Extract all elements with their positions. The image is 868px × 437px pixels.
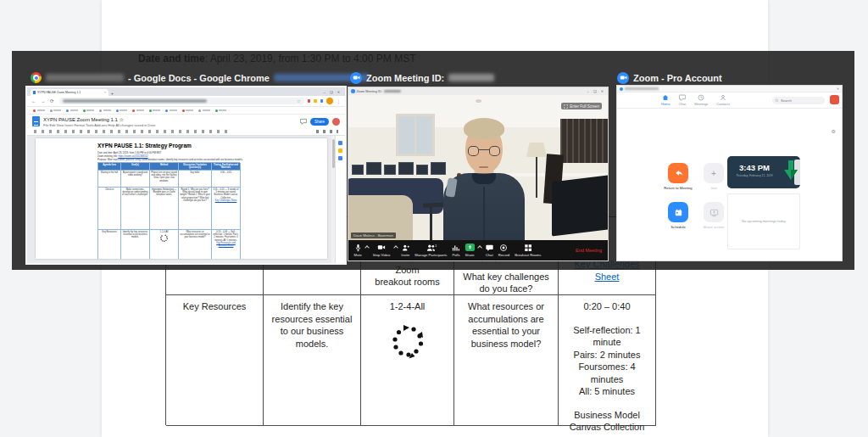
timing-range: 0:20 – 0:40 [583,301,630,311]
bookmark-item[interactable] [165,109,177,112]
record-button[interactable]: Record [496,244,512,258]
calendar-icon[interactable] [338,141,342,145]
bookmark-item[interactable] [33,109,45,112]
search-input[interactable] [781,98,820,103]
mini-header: Discussion / Invitation Question(s) [179,163,212,171]
zoom-client-window: ✕ Home Chat Meetings Contacts [616,85,843,261]
share-screen-button[interactable] [704,202,724,222]
docs-favicon [33,91,36,94]
mini-link[interactable]: Key Resources and Activities Sheet [213,242,239,247]
stop-video-button[interactable]: Stop Video [370,244,392,257]
join-button[interactable]: + [704,163,724,183]
client-home-content: ⚙ Return to Meeting + Join Schedule Shar… [617,109,842,261]
enter-full-screen-button[interactable]: Enter Full Screen [561,103,602,109]
profile-avatar[interactable] [830,95,839,104]
bookmark-item[interactable] [116,109,128,112]
bookshelf-shape [560,119,608,163]
extension-icon[interactable] [308,99,311,103]
share-screen-icon [465,244,475,251]
end-meeting-button[interactable]: End Meeting [576,248,604,253]
chrome-tab[interactable]: XYPN PAUSE Zoom Meeting 1.1 × [31,89,108,96]
person-collar [472,173,496,184]
mini-header: Timing, Facilitation and Materials [212,163,241,171]
chat-button[interactable]: Chat [483,244,495,258]
mute-options-caret[interactable] [364,245,370,250]
docs-toolbar[interactable] [27,128,345,136]
no-meetings-text: No upcoming meetings today [728,219,799,223]
meeting-window-caption: Zoom Meeting ID: [350,71,494,84]
mini-cell-method: Impromptu Networking — Random pairs in Z… [150,188,179,230]
return-to-meeting-button[interactable] [668,163,688,183]
tasks-icon[interactable] [338,156,342,160]
mute-button[interactable]: Mute [352,244,364,258]
docs-menubar[interactable]: File Edit View Insert Format Tools Add-o… [43,123,156,127]
bookmark-star-icon[interactable]: ☆ [297,98,300,104]
blurred-meeting-id [384,90,401,92]
address-bar[interactable]: ☆ [59,98,304,104]
bookmark-item[interactable] [215,109,227,112]
window-controls[interactable]: – ❏ ✕ [587,89,605,93]
tab-meetings[interactable]: Meetings [694,94,708,106]
bookmark-item[interactable] [198,109,210,112]
mini-cell: Key Resources [98,230,121,259]
table-cell-method: 1-2-4-All [361,295,454,426]
tab-home[interactable]: Home [661,94,670,106]
video-options-caret[interactable] [393,245,398,250]
chrome-window-caption: - Google Docs - Google Chrome [31,71,369,84]
table-cell-goal: Identify the key resources essential to … [264,295,361,426]
docs-avatar[interactable] [332,118,340,126]
tab-chat[interactable]: Chat [679,94,686,106]
timing-line: Self-reflection: 1 minute [573,325,640,348]
chrome-menu-icon[interactable]: ⋮ [337,98,341,104]
share-button[interactable]: Share [310,118,329,126]
bookmark-item[interactable] [83,109,95,112]
zoom-icon [620,87,623,91]
monitor-shape [552,174,608,236]
comment-icon[interactable] [300,118,307,125]
settings-gear-icon[interactable]: ⚙ [832,128,836,134]
mini-cell: 0:00 – 0:05 [212,171,241,188]
chat-icon [679,94,686,101]
manage-participants-button[interactable]: 1 Manage Participants [413,244,449,258]
share-options-caret[interactable] [477,245,482,250]
method-text: breakout rooms [375,277,439,287]
plus-icon: + [711,169,716,178]
tab-close-icon[interactable]: × [104,91,106,94]
share-button[interactable]: Share [463,244,476,257]
extension-icon[interactable] [314,99,317,103]
bookmark-item[interactable] [149,109,161,112]
mini-cell: A participant's sound and video working? [121,171,150,188]
tab-contacts[interactable]: Contacts [716,94,730,106]
schedule-button[interactable] [668,202,688,222]
bookmark-item[interactable] [132,109,144,112]
docs-title[interactable]: XYPN PAUSE Zoom Meeting 1.1 ☆ [43,116,156,122]
breakout-rooms-button[interactable]: Breakout Rooms [513,244,543,258]
polls-button[interactable]: Polls [450,244,462,258]
extension-icon[interactable] [320,99,324,103]
zoom-meeting-window: Zoom Meeting ID: – ❏ ✕ [348,87,609,261]
bookmark-item[interactable] [50,109,62,112]
chrome-window: XYPN PAUSE Zoom Meeting 1.1 × + – ❏ ✕ ← … [25,86,347,265]
chrome-profile-avatar[interactable] [326,98,333,104]
invite-button[interactable]: Invite [399,244,412,258]
polls-icon [452,244,459,252]
search-box[interactable] [772,97,825,104]
mini-cell: Round 1: Why are you here? What do you h… [179,188,212,230]
chrome-icon [31,72,42,83]
nav-arrows[interactable]: ← → ⟳ [31,98,56,104]
chrome-tabstrip: XYPN PAUSE Zoom Meeting 1.1 × + – ❏ ✕ [27,87,345,96]
close-icon[interactable]: ✕ [837,87,839,91]
search-icon [775,98,779,103]
video-feed: Enter Full Screen Dave Maless - Bozeman [348,95,608,240]
mini-link[interactable]: Key Challenges Sheet [213,199,239,202]
keep-icon[interactable] [338,148,342,153]
record-icon [499,244,508,252]
bookmark-item[interactable] [99,109,111,112]
chat-icon [486,244,493,252]
toolbar-icons [34,130,229,133]
bookmark-item[interactable] [66,109,78,112]
lamp-pole-shape [536,157,537,198]
window-controls[interactable]: – ❏ ✕ [324,90,342,96]
bookmark-item[interactable] [182,109,194,112]
table-leg-shape [430,206,432,240]
